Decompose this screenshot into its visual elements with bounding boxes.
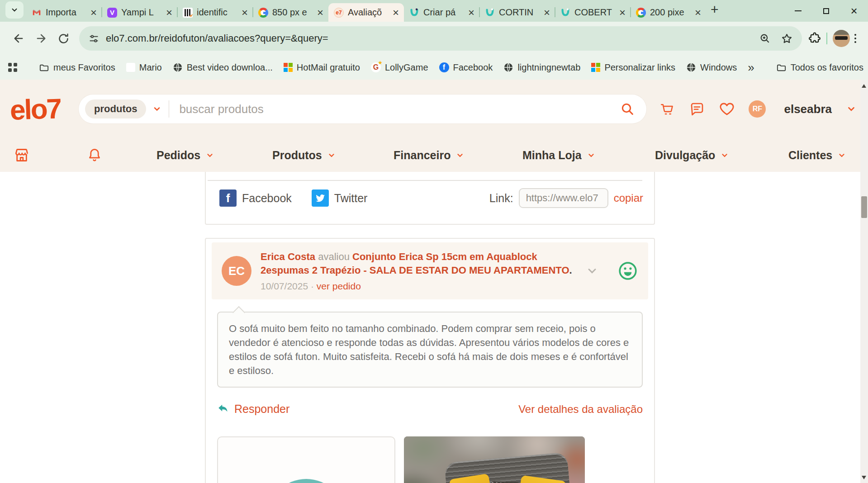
chevron-down-icon[interactable] xyxy=(152,104,161,114)
nav-item-minha-loja[interactable]: Minha Loja xyxy=(522,149,595,162)
back-button[interactable] xyxy=(12,32,25,45)
bookmark-label: Windows xyxy=(700,62,737,73)
bookmark-folder-meus-favoritos[interactable]: meus Favoritos xyxy=(39,62,115,73)
nav-label: Pedidos xyxy=(157,149,200,162)
happy-face-rating-icon xyxy=(617,260,638,281)
window-minimize-button[interactable] xyxy=(784,0,812,22)
reviewer-name[interactable]: Erica Costa xyxy=(261,251,315,262)
facebook-share-label[interactable]: Facebook xyxy=(242,192,292,205)
elo7-header: elo7 produtos buscar produtos RF elseabr… xyxy=(0,80,868,172)
chat-icon[interactable] xyxy=(689,101,705,117)
nav-item-divulgacao[interactable]: Divulgação xyxy=(655,149,729,162)
review-title: Erica Costa avaliou Conjunto Erica Sp 15… xyxy=(261,250,577,277)
scroll-up-arrow[interactable] xyxy=(862,84,866,88)
tab-close-icon[interactable]: × xyxy=(239,7,250,18)
browser-profile-avatar[interactable] xyxy=(833,30,850,47)
tab-avaliacoes-active[interactable]: e7 Avaliaçõ × xyxy=(328,3,404,22)
bookmark-folder-todos-favoritos[interactable]: Todos os favoritos xyxy=(776,62,863,73)
site-settings-icon[interactable] xyxy=(88,33,100,44)
tab-title: 200 pixe xyxy=(650,7,688,18)
scrollbar-thumb[interactable] xyxy=(861,196,867,218)
zoom-icon[interactable] xyxy=(759,33,771,44)
twitter-share-label[interactable]: Twitter xyxy=(334,192,368,205)
facebook-icon: f xyxy=(439,62,449,72)
tab-850px[interactable]: 850 px e × xyxy=(253,3,328,22)
tab-200px[interactable]: 200 pixe × xyxy=(631,3,706,22)
search-icon[interactable] xyxy=(620,102,635,116)
tab-close-icon[interactable]: × xyxy=(164,7,175,18)
bookmark-mario[interactable]: Mario xyxy=(126,62,162,73)
bookmark-lightningnewtab[interactable]: lightningnewtab xyxy=(503,62,580,73)
cart-icon[interactable] xyxy=(659,101,675,117)
page-scrollbar[interactable] xyxy=(860,80,868,483)
search-category-chip[interactable]: produtos xyxy=(85,99,146,118)
url-text[interactable]: elo7.com.br/reidofuton/avaliacoes?query=… xyxy=(106,33,328,44)
reload-button[interactable] xyxy=(57,33,70,45)
elo7-logo[interactable]: elo7 xyxy=(9,92,61,126)
search-input[interactable]: buscar produtos xyxy=(179,102,620,116)
nav-item-produtos[interactable]: Produtos xyxy=(272,149,336,162)
username[interactable]: elseabra xyxy=(784,102,832,116)
store-home-icon[interactable] xyxy=(13,146,31,164)
reply-arrow-icon xyxy=(217,403,229,415)
tab-cobertura[interactable]: COBERT × xyxy=(555,3,631,22)
forward-button[interactable] xyxy=(35,32,47,45)
copy-link-button[interactable]: copiar xyxy=(614,192,643,204)
bookmark-star-icon[interactable] xyxy=(781,33,793,45)
reply-button[interactable]: Responder xyxy=(217,402,289,416)
user-menu-chevron-icon[interactable] xyxy=(846,104,856,114)
review-meta: 10/07/2025 · ver pedido xyxy=(261,281,577,292)
tab-importa[interactable]: Importa × xyxy=(26,3,102,22)
user-avatar[interactable]: RF xyxy=(749,100,766,118)
chevron-down-icon xyxy=(10,6,19,14)
tab-close-icon[interactable]: × xyxy=(693,7,703,18)
view-review-details-link[interactable]: Ver detalhes da avaliação xyxy=(518,403,643,416)
scroll-down-arrow[interactable] xyxy=(862,476,866,479)
window-close-button[interactable]: × xyxy=(840,0,868,22)
review-header: EC Erica Costa avaliou Conjunto Erica Sp… xyxy=(212,242,648,299)
notifications-bell-icon[interactable] xyxy=(86,147,103,164)
tab-close-icon[interactable]: × xyxy=(466,7,477,18)
search-bar[interactable]: produtos buscar produtos xyxy=(79,95,646,123)
tab-criar-pagina[interactable]: Criar pá × xyxy=(404,3,479,22)
nav-item-clientes[interactable]: Clientes xyxy=(788,149,846,162)
review-expand-chevron-icon[interactable] xyxy=(586,265,598,277)
bookmark-facebook[interactable]: f Facebook xyxy=(439,62,493,73)
bookmark-hotmail[interactable]: HotMail gratuito xyxy=(284,62,360,73)
view-order-link[interactable]: ver pedido xyxy=(317,281,361,291)
bookmark-personalizar-links[interactable]: Personalizar links xyxy=(591,62,675,73)
tab-close-icon[interactable]: × xyxy=(88,7,99,18)
apps-grid-icon[interactable] xyxy=(8,63,17,72)
new-tab-button[interactable]: + xyxy=(706,2,726,20)
browser-menu-icon[interactable] xyxy=(854,34,856,43)
tab-close-icon[interactable]: × xyxy=(390,7,401,18)
review-photo-sofa[interactable] xyxy=(404,436,585,483)
maximize-icon xyxy=(823,8,829,14)
bookmark-best-video[interactable]: Best video downloa... xyxy=(173,62,273,73)
extensions-icon[interactable] xyxy=(808,32,821,45)
nav-item-pedidos[interactable]: Pedidos xyxy=(157,149,214,162)
tab-close-icon[interactable]: × xyxy=(541,7,552,18)
tab-close-icon[interactable]: × xyxy=(315,7,326,18)
tab-cortina[interactable]: CORTIN × xyxy=(479,3,555,22)
bookmarks-overflow-chevron[interactable]: » xyxy=(748,61,754,75)
globe-icon xyxy=(173,62,183,72)
tab-identific[interactable]: identific × xyxy=(177,3,253,22)
address-bar[interactable]: elo7.com.br/reidofuton/avaliacoes?query=… xyxy=(79,26,802,51)
tab-yampi[interactable]: V Yampi L × xyxy=(102,3,177,22)
tab-close-icon[interactable]: × xyxy=(617,7,628,18)
share-link-input[interactable]: https://www.elo7 xyxy=(519,188,608,208)
favorites-heart-icon[interactable] xyxy=(719,101,735,117)
window-maximize-button[interactable] xyxy=(812,0,840,22)
bookmark-windows[interactable]: Windows xyxy=(686,62,737,73)
reply-label: Responder xyxy=(234,402,289,416)
bookmark-lollygame[interactable]: G LollyGame xyxy=(371,62,428,73)
seller-nav: Pedidos Produtos Financeiro Minha Loja D… xyxy=(0,138,868,172)
twitter-share-icon[interactable] xyxy=(312,189,329,207)
nav-item-financeiro[interactable]: Financeiro xyxy=(394,149,464,162)
review-date: 10/07/2025 xyxy=(261,281,308,291)
tab-search-button[interactable] xyxy=(5,1,24,19)
loja-integrada-icon xyxy=(409,8,419,18)
facebook-share-icon[interactable]: f xyxy=(219,189,237,207)
photo-upload-placeholder[interactable] xyxy=(217,436,395,483)
